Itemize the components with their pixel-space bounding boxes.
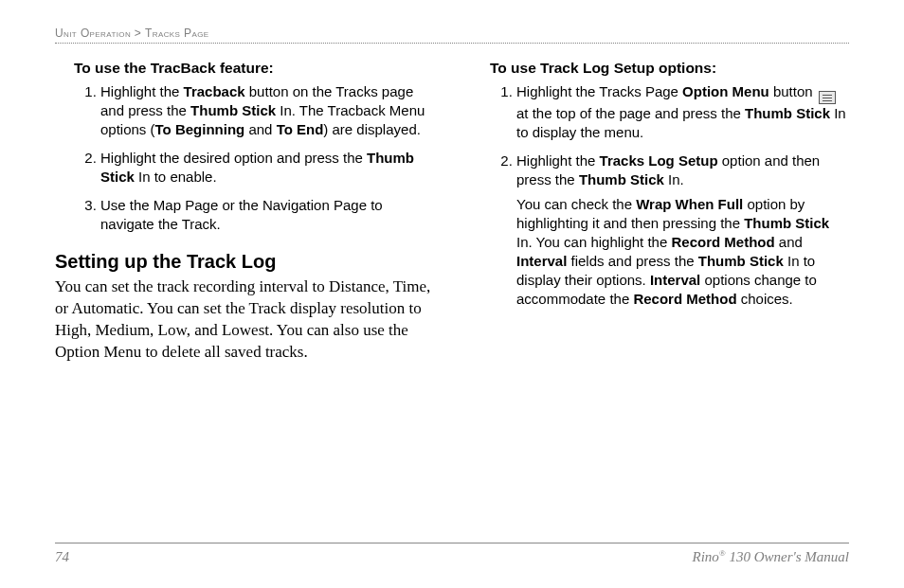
- breadcrumb-sep: >: [131, 27, 145, 40]
- right-column: To use Track Log Setup options: Highligh…: [471, 59, 849, 364]
- manual-title: Rino® 130 Owner's Manual: [693, 548, 849, 565]
- setting-up-paragraph: You can set the track recording interval…: [55, 276, 433, 364]
- content-columns: To use the TracBack feature: Highlight t…: [55, 59, 849, 364]
- step-continuation: You can check the Wrap When Full option …: [516, 195, 849, 309]
- tracklog-setup-heading: To use Track Log Setup options:: [490, 59, 849, 79]
- list-item: Highlight the Tracks Page Option Menu bu…: [516, 82, 849, 142]
- option-menu-icon: [819, 91, 836, 104]
- tracback-steps: Highlight the Tracback button on the Tra…: [55, 82, 433, 234]
- list-item: Use the Map Page or the Navigation Page …: [100, 196, 433, 234]
- list-item: Highlight the Tracks Log Setup option an…: [516, 151, 849, 309]
- list-item: Highlight the Tracback button on the Tra…: [100, 82, 433, 139]
- breadcrumb: Unit Operation > Tracks Page: [55, 27, 849, 44]
- list-item: Highlight the desired option and press t…: [100, 149, 433, 187]
- left-column: To use the TracBack feature: Highlight t…: [55, 59, 433, 364]
- tracback-heading: To use the TracBack feature:: [74, 59, 433, 79]
- page-number: 74: [55, 549, 69, 565]
- page-footer: 74 Rino® 130 Owner's Manual: [55, 543, 849, 565]
- breadcrumb-part2: Tracks Page: [145, 27, 209, 40]
- breadcrumb-part1: Unit Operation: [55, 27, 131, 40]
- tracklog-setup-steps: Highlight the Tracks Page Option Menu bu…: [471, 82, 849, 309]
- setting-up-heading: Setting up the Track Log: [55, 250, 433, 273]
